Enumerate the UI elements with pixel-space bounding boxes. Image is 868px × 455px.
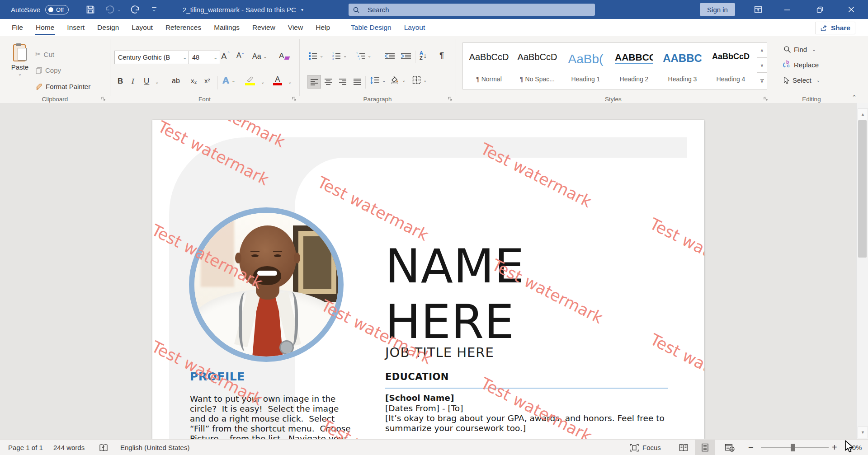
clear-formatting-button[interactable]: A	[279, 52, 289, 61]
style-heading-3[interactable]: AABBC Heading 3	[660, 46, 705, 85]
tab-design[interactable]: Design	[91, 19, 125, 36]
italic-button[interactable]: I	[132, 77, 134, 86]
line-spacing-button[interactable]: ⌄	[370, 77, 388, 84]
style-no-spacing[interactable]: AaBbCcD ¶ No Spac...	[514, 46, 560, 85]
education-school[interactable]: [School Name]	[385, 393, 454, 403]
format-painter-button[interactable]: Format Painter	[35, 83, 90, 90]
decrease-indent-button[interactable]	[384, 52, 395, 60]
word-count[interactable]: 244 words	[53, 440, 85, 455]
select-button[interactable]: Select ⌄	[783, 76, 822, 84]
focus-button[interactable]: Focus	[630, 440, 661, 455]
page-indicator[interactable]: Page 1 of 1	[8, 440, 43, 455]
clipboard-dialog-launcher[interactable]	[101, 96, 106, 102]
zoom-in-button[interactable]: +	[832, 440, 837, 455]
copy-button[interactable]: Copy	[35, 66, 61, 74]
style-heading-4[interactable]: AaBbCcD Heading 4	[708, 46, 754, 85]
zoom-out-button[interactable]: −	[748, 440, 754, 455]
font-name-combo[interactable]: Century Gothic (B ⌄	[114, 51, 189, 64]
shading-dropdown-icon[interactable]: ⌄	[400, 78, 408, 83]
bullets-dropdown-icon[interactable]: ⌄	[317, 53, 326, 58]
sort-button[interactable]: A Z ↓	[420, 51, 427, 61]
profile-line[interactable]: and do a right mouse click. Select	[190, 414, 335, 423]
scroll-down-button[interactable]: ▼	[858, 427, 868, 438]
scrollbar-thumb[interactable]	[858, 120, 867, 258]
paste-dropdown-icon[interactable]: ⌄	[16, 71, 24, 76]
tab-layout-contextual[interactable]: Layout	[398, 19, 432, 36]
scroll-up-button[interactable]: ▲	[858, 108, 868, 120]
font-size-dropdown-icon[interactable]: ⌄	[212, 55, 220, 60]
grow-font-button[interactable]: A ⌃	[221, 52, 230, 61]
styles-dialog-launcher[interactable]	[763, 96, 769, 102]
tab-help[interactable]: Help	[309, 19, 336, 36]
styles-scroll-up-button[interactable]: ∧	[757, 42, 767, 58]
find-button[interactable]: Find ⌄	[783, 46, 818, 53]
paste-button[interactable]: Paste ⌄	[9, 43, 31, 76]
replace-button[interactable]: b c Replace	[783, 61, 819, 69]
increase-indent-button[interactable]	[401, 52, 411, 60]
profile-heading[interactable]: PROFILE	[190, 370, 245, 383]
name-heading[interactable]: NAME HERE	[385, 239, 524, 350]
change-case-button[interactable]: Aa ⌄	[252, 52, 269, 61]
borders-dropdown-icon[interactable]: ⌄	[421, 78, 429, 83]
close-button[interactable]	[841, 0, 862, 19]
line-spacing-dropdown-icon[interactable]: ⌄	[380, 78, 388, 83]
education-detail-line[interactable]: [It’s okay to brag about your GPA, award…	[385, 413, 665, 423]
minimize-button[interactable]	[777, 0, 797, 19]
font-size-combo[interactable]: 48 ⌄	[189, 51, 220, 64]
restore-button[interactable]	[809, 0, 830, 19]
font-dialog-launcher[interactable]	[292, 96, 297, 102]
tab-table-design[interactable]: Table Design	[344, 19, 398, 36]
justify-button[interactable]	[351, 75, 363, 88]
vertical-scrollbar[interactable]: ▲ ▼	[856, 103, 868, 439]
collapse-ribbon-button[interactable]: ⌃	[852, 94, 857, 101]
ribbon-display-options-button[interactable]	[748, 0, 769, 19]
highlight-dropdown-icon[interactable]: ⌄	[259, 80, 267, 84]
bold-button[interactable]: B	[118, 77, 123, 86]
select-dropdown-icon[interactable]: ⌄	[814, 78, 822, 83]
style-heading-1[interactable]: AaBb( Heading 1	[563, 46, 609, 85]
job-title[interactable]: JOB TITLE HERE	[385, 345, 494, 360]
tab-home[interactable]: Home	[29, 19, 61, 36]
tab-layout[interactable]: Layout	[125, 19, 159, 36]
multilevel-dropdown-icon[interactable]: ⌄	[365, 53, 373, 58]
subscript-button[interactable]: x₂	[191, 77, 197, 84]
style-heading-2[interactable]: AABBCC Heading 2	[611, 46, 657, 85]
align-center-button[interactable]	[322, 75, 335, 88]
text-effects-button[interactable]: A ⌄	[222, 75, 238, 86]
education-heading[interactable]: EDUCATION	[385, 371, 449, 382]
strikethrough-button[interactable]: ab	[172, 77, 180, 85]
style-normal[interactable]: AaBbCcD ¶ Normal	[466, 46, 512, 85]
read-mode-button[interactable]	[674, 440, 693, 455]
undo-button[interactable]: ⌄	[105, 0, 123, 19]
cut-button[interactable]: ✂ Cut	[35, 50, 54, 58]
shading-button[interactable]: ⌄	[390, 76, 408, 84]
zoom-slider-handle[interactable]	[791, 444, 795, 451]
profile-line[interactable]: “Fill” from the shortcut menu. Choose	[190, 424, 351, 433]
print-layout-button[interactable]	[695, 440, 715, 455]
borders-button[interactable]: ⌄	[412, 76, 429, 84]
save-button[interactable]	[86, 0, 95, 19]
bullets-button[interactable]: ⌄	[308, 52, 326, 60]
education-detail-line[interactable]: summarize your coursework too.]	[385, 423, 526, 433]
search-input[interactable]: Search	[349, 4, 595, 16]
proofing-button[interactable]	[99, 440, 108, 455]
education-dates[interactable]: [Dates From] - [To]	[385, 403, 463, 413]
tab-mailings[interactable]: Mailings	[208, 19, 246, 36]
paragraph-dialog-launcher[interactable]	[448, 96, 453, 102]
text-effects-dropdown-icon[interactable]: ⌄	[229, 78, 237, 83]
find-dropdown-icon[interactable]: ⌄	[810, 47, 818, 52]
redo-button[interactable]	[130, 0, 140, 19]
tab-insert[interactable]: Insert	[61, 19, 91, 36]
tab-file[interactable]: File	[5, 19, 29, 36]
sign-in-button[interactable]: Sign in	[700, 3, 735, 16]
underline-dropdown-icon[interactable]: ⌄	[153, 80, 161, 84]
document-canvas[interactable]: NAME HERE JOB TITLE HERE EDUCATION [Scho…	[0, 103, 856, 439]
superscript-button[interactable]: x²	[204, 77, 210, 84]
numbering-button[interactable]: 1 2 3 ⌄	[332, 52, 349, 60]
underline-button[interactable]: U	[144, 77, 149, 86]
tab-references[interactable]: References	[159, 19, 208, 36]
autosave-toggle[interactable]: Off	[45, 0, 69, 19]
profile-line[interactable]: circle? It is easy! Select the image	[190, 404, 339, 413]
customize-quick-access-button[interactable]: ⌄	[152, 0, 156, 19]
font-color-button[interactable]: A	[273, 76, 282, 85]
